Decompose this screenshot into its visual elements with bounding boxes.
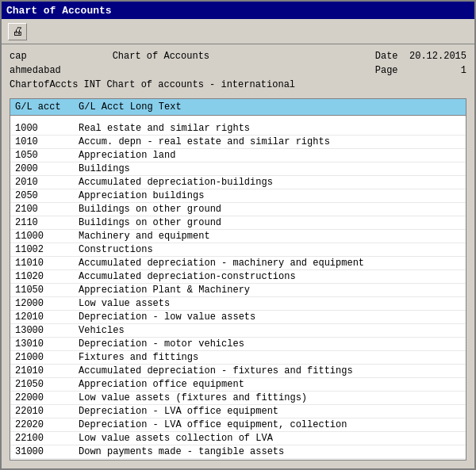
print-icon: 🖨 (12, 25, 23, 38)
cell-text: Appreciation office equipment (79, 379, 461, 390)
cell-acct: 22100 (15, 433, 79, 444)
cell-acct: 13010 (15, 338, 79, 350)
cell-text: Real estate and similar rights (79, 123, 461, 134)
table-row: 12010Depreciation - low value assets (10, 311, 466, 324)
table-row: 11000Machinery and equipment (10, 230, 466, 243)
cell-acct: 1050 (15, 150, 79, 161)
cell-text: Buildings (79, 163, 461, 174)
accounts-table: G/L acct G/L Acct Long Text 1000Real est… (10, 98, 466, 460)
table-header: G/L acct G/L Acct Long Text (10, 99, 466, 116)
cell-text: Vehicles (79, 325, 461, 336)
table-row: 11050Appreciation Plant & Machinery (10, 284, 466, 297)
table-row: 22000Low value assets (fixtures and fitt… (10, 392, 466, 405)
cell-acct: 1000 (15, 123, 79, 134)
cell-text: Appreciation Plant & Machinery (79, 285, 461, 296)
window-title: Chart of Accounts (6, 5, 112, 17)
chart-description: ChartofAccts INT Chart of accounts - int… (10, 78, 466, 92)
table-row: 11020Accumulated depreciation-constructi… (10, 270, 466, 284)
table-row: 11010Accumulated depreciation - machiner… (10, 257, 466, 270)
table-row: 2010Accumulated depreciation-buildings (10, 176, 466, 189)
cell-acct: 22010 (15, 406, 79, 417)
table-row: 11002Constructions (10, 243, 466, 257)
report-header: cap Chart of Accounts Date 20.12.2015 ah… (2, 44, 474, 95)
cell-acct: 11000 (15, 231, 79, 242)
cell-text: Buildings on other ground (79, 204, 461, 215)
table-row: 2100Buildings on other ground (10, 203, 466, 216)
cell-acct: 21000 (15, 352, 79, 363)
col-header-acct: G/L acct (15, 101, 79, 113)
table-row: 21010Accumulated depreciation - fixtures… (10, 365, 466, 378)
cell-acct: 21050 (15, 379, 79, 390)
cell-text: Low value assets collection of LVA (79, 433, 461, 444)
cell-text: Depreciation - LVA office equipment (79, 406, 461, 417)
cell-acct: 21010 (15, 365, 79, 376)
cell-text: Fixtures and fittings (79, 352, 461, 363)
cell-text: Low value assets (fixtures and fittings) (79, 392, 461, 403)
col-header-text: G/L Acct Long Text (79, 101, 461, 113)
table-row: 13010Depreciation - motor vehicles (10, 338, 466, 351)
table-row: 12000Low value assets (10, 297, 466, 311)
cell-text: Accumulated depreciation-constructions (79, 271, 461, 282)
cell-acct: 22000 (15, 392, 79, 403)
cell-text: Accumulated depreciation-buildings (79, 177, 461, 188)
cell-acct: 12000 (15, 298, 79, 309)
print-button[interactable]: 🖨 (8, 23, 27, 40)
toolbar: 🖨 (2, 19, 474, 44)
cell-text: Appreciation land (79, 150, 461, 161)
table-row: 1000Real estate and similar rights (10, 122, 466, 136)
table-row: 31000Down payments made - tangible asset… (10, 445, 466, 459)
title-bar: Chart of Accounts (2, 2, 474, 19)
cell-acct: 11050 (15, 285, 79, 296)
table-row: 2050Appreciation buildings (10, 189, 466, 203)
table-row: 22010Depreciation - LVA office equipment (10, 405, 466, 418)
cell-text: Down payments made - tangible assets (79, 446, 461, 457)
table-row: 13000Vehicles (10, 324, 466, 338)
table-row: 22020Depreciation - LVA office equipment… (10, 418, 466, 432)
cell-text: Depreciation - LVA office equipment, col… (79, 419, 461, 430)
page-info: Page 1 (375, 63, 466, 78)
table-row: 21000Fixtures and fittings (10, 351, 466, 365)
cell-text: Accumulated depreciation - fixtures and … (79, 365, 461, 376)
company-name: cap Chart of Accounts (10, 49, 375, 63)
cell-text: Accumulated depreciation - machinery and… (79, 258, 461, 269)
cell-acct: 12010 (15, 311, 79, 323)
cell-acct: 2010 (15, 177, 79, 188)
cell-acct: 11002 (15, 244, 79, 255)
date-info: Date 20.12.2015 (375, 49, 466, 63)
table-body: 1000Real estate and similar rights1010Ac… (10, 116, 466, 460)
cell-text: Low value assets (79, 298, 461, 309)
table-row: 2110Buildings on other ground (10, 216, 466, 230)
cell-acct: 22020 (15, 419, 79, 430)
cell-text: Depreciation - low value assets (79, 311, 461, 323)
table-row: 2000Buildings (10, 162, 466, 176)
main-window: Chart of Accounts 🖨 cap Chart of Account… (0, 0, 476, 470)
cell-acct: 11020 (15, 271, 79, 282)
table-row: 22100Low value assets collection of LVA (10, 432, 466, 445)
cell-acct: 11010 (15, 258, 79, 269)
cell-text: Depreciation - motor vehicles (79, 338, 461, 350)
cell-text: Accum. depn - real estate and similar ri… (79, 136, 461, 147)
location: ahmedabad (10, 63, 375, 78)
cell-acct: 1010 (15, 136, 79, 147)
cell-acct: 2100 (15, 204, 79, 215)
cell-text: Constructions (79, 244, 461, 255)
content-area: G/L acct G/L Acct Long Text 1000Real est… (2, 95, 474, 468)
table-row: 31010Input tax for down payments - tangi… (10, 459, 466, 460)
spacer-row (10, 116, 466, 122)
table-row: 1050Appreciation land (10, 149, 466, 162)
cell-text: Buildings on other ground (79, 217, 461, 228)
cell-acct: 13000 (15, 325, 79, 336)
cell-acct: 2050 (15, 190, 79, 201)
cell-acct: 2110 (15, 217, 79, 228)
table-row: 21050Appreciation office equipment (10, 378, 466, 392)
cell-text: Appreciation buildings (79, 190, 461, 201)
cell-acct: 31000 (15, 446, 79, 457)
cell-acct: 2000 (15, 163, 79, 174)
cell-text: Machinery and equipment (79, 231, 461, 242)
table-row: 1010Accum. depn - real estate and simila… (10, 136, 466, 149)
